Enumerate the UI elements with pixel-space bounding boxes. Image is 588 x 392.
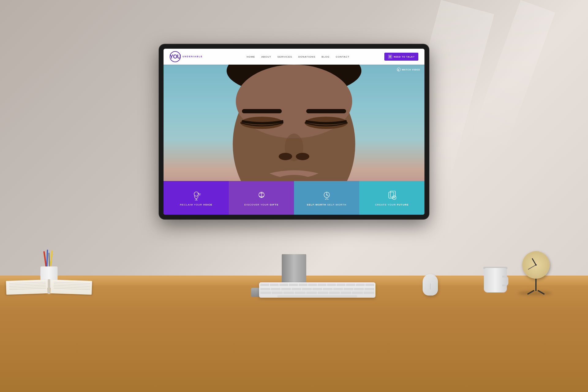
key xyxy=(292,288,301,290)
nav-about[interactable]: ABOUT xyxy=(261,55,271,58)
coffee-mug xyxy=(481,262,508,292)
svg-point-20 xyxy=(326,194,327,195)
key xyxy=(364,292,374,294)
book-line xyxy=(9,287,46,288)
restore-icon xyxy=(321,190,332,201)
desk-clock xyxy=(521,251,551,291)
service-card-create[interactable]: CREATE YOUR FUTURE xyxy=(359,181,424,215)
key xyxy=(356,284,365,286)
key xyxy=(260,284,269,286)
book-line xyxy=(54,282,91,284)
key xyxy=(281,288,291,290)
key xyxy=(354,288,364,290)
keyboard xyxy=(259,282,375,298)
key xyxy=(365,284,374,286)
key xyxy=(337,284,345,286)
book-spine xyxy=(48,279,50,294)
key xyxy=(323,288,333,290)
key xyxy=(312,288,322,290)
clock-center-dot xyxy=(535,264,537,266)
svg-rect-4 xyxy=(242,109,282,113)
logo-circle: YOU xyxy=(170,51,181,62)
monitor-screen: YOU UNDENIABLE HOME ABOUT SERVICES DONAT… xyxy=(164,49,424,215)
key xyxy=(270,284,279,286)
svg-point-9 xyxy=(279,153,292,160)
key xyxy=(302,288,312,290)
brand-logo: YOU UNDENIABLE xyxy=(170,51,203,62)
svg-point-10 xyxy=(296,153,309,160)
service-card-reclaim[interactable]: RECLAIM YOUR VOICE xyxy=(164,181,229,215)
keyboard-mid-row xyxy=(259,287,375,291)
keyboard-top-row xyxy=(259,282,375,287)
svg-rect-5 xyxy=(306,109,346,113)
monitor: YOU UNDENIABLE HOME ABOUT SERVICES DONAT… xyxy=(159,44,429,219)
key xyxy=(306,292,317,294)
mug-handle xyxy=(502,276,508,286)
book-line xyxy=(54,287,90,288)
book-line xyxy=(54,288,90,290)
key xyxy=(364,288,374,290)
book-line xyxy=(9,284,46,285)
book-line xyxy=(9,288,46,290)
key xyxy=(272,292,282,294)
nav-contact[interactable]: CONTACT xyxy=(336,55,349,58)
card-label-discover: DISCOVER YOUR GIFTS xyxy=(244,203,279,206)
key xyxy=(341,292,351,294)
clock-face xyxy=(522,251,550,279)
spacebar xyxy=(277,295,357,298)
card-label-restore: SELF-WORTH SELF-WORTH xyxy=(307,203,346,206)
card-label-create: CREATE YOUR FUTURE xyxy=(375,203,409,206)
hero-background: ▶ WATCH VIDEO RECLAIM Y xyxy=(164,65,424,215)
service-card-discover[interactable]: DISCOVER YOUR GIFTS xyxy=(229,181,294,215)
gifts-icon xyxy=(256,190,267,201)
key xyxy=(346,284,355,286)
key xyxy=(344,288,353,290)
nav-donations[interactable]: DONATIONS xyxy=(298,55,315,58)
keyboard-bot-row xyxy=(259,291,375,295)
key xyxy=(271,288,281,290)
book-lines xyxy=(9,282,46,291)
nav-cta-label: NEED TO TALK? xyxy=(394,56,415,58)
key xyxy=(283,292,294,294)
key xyxy=(295,292,305,294)
clock-stand xyxy=(535,279,537,291)
key xyxy=(260,288,270,290)
key xyxy=(289,284,298,286)
nav-home[interactable]: HOME xyxy=(247,55,255,58)
website-hero: ▶ WATCH VIDEO RECLAIM Y xyxy=(164,65,424,215)
menu-icon: ☰ xyxy=(388,55,392,59)
key xyxy=(260,292,271,294)
key xyxy=(318,292,328,294)
play-icon: ▶ xyxy=(397,68,401,71)
key xyxy=(352,292,363,294)
key xyxy=(318,284,326,286)
website-navbar: YOU UNDENIABLE HOME ABOUT SERVICES DONAT… xyxy=(164,49,424,65)
future-icon xyxy=(386,190,398,201)
clock-shadow xyxy=(518,291,552,296)
watch-video-button[interactable]: ▶ WATCH VIDEO xyxy=(397,68,420,71)
watch-video-label: WATCH VIDEO xyxy=(402,69,420,71)
key xyxy=(333,288,343,290)
nav-links: HOME ABOUT SERVICES DONATIONS BLOG CONTA… xyxy=(212,55,384,58)
svg-line-25 xyxy=(394,198,395,198)
key xyxy=(308,284,317,286)
book-lines-right xyxy=(54,282,91,291)
voice-icon xyxy=(191,190,202,201)
nav-blog[interactable]: BLOG xyxy=(322,55,330,58)
nav-cta-button[interactable]: ☰ NEED TO TALK? xyxy=(384,53,418,61)
book-line xyxy=(9,285,46,287)
service-cards: RECLAIM YOUR VOICE DISCOVER YOUR GIFTS xyxy=(164,181,424,215)
book-left-page xyxy=(6,280,47,295)
card-label-reclaim: RECLAIM YOUR VOICE xyxy=(180,203,213,206)
logo-you: YOU xyxy=(170,54,181,60)
nav-services[interactable]: SERVICES xyxy=(277,55,292,58)
svg-point-23 xyxy=(392,195,396,199)
mouse-divider xyxy=(430,283,431,289)
book-line xyxy=(54,285,90,287)
clock-minute-hand xyxy=(528,265,536,270)
open-book xyxy=(6,279,92,294)
mouse xyxy=(423,274,438,296)
service-card-restore[interactable]: SELF-WORTH SELF-WORTH xyxy=(294,181,359,215)
key xyxy=(329,292,340,294)
book-right-page xyxy=(50,280,92,295)
